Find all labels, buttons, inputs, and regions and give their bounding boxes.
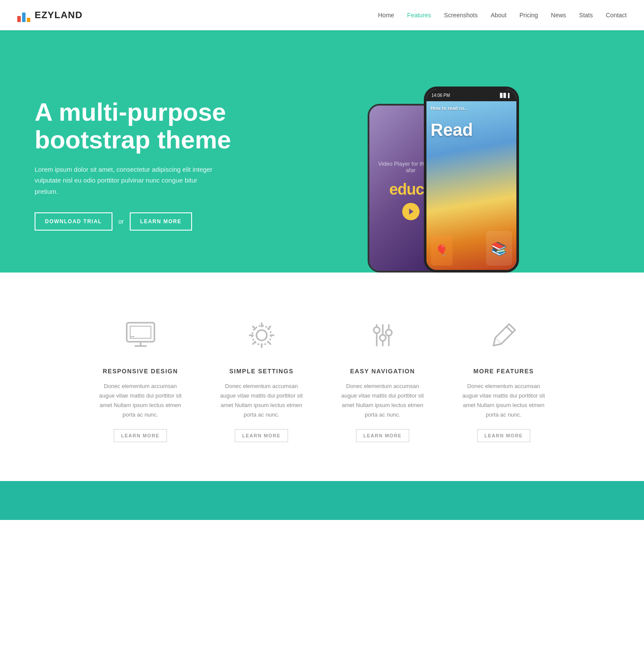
logo-text: EZYLAND <box>35 10 83 21</box>
svg-point-11 <box>374 327 380 333</box>
phone-status-icons: ▊▊ ▌ <box>500 93 511 98</box>
nav-item-home[interactable]: Home <box>378 11 394 19</box>
feature-desc-responsive: Donec elementum accumsan augue vitae mat… <box>97 382 184 420</box>
nav-item-stats[interactable]: Stats <box>579 11 593 19</box>
monitor-icon <box>121 316 160 355</box>
hero-section: A multi-purpose bootstrap theme Lorem ip… <box>0 30 644 273</box>
logo-icon <box>17 8 30 22</box>
phone-time: 14:06 PM <box>432 93 450 98</box>
logo[interactable]: EZYLAND <box>17 8 83 22</box>
feature-link-settings[interactable]: LEARN MORE <box>235 429 288 442</box>
features-grid: RESPONSIVE DESIGN Donec elementum accums… <box>84 307 560 455</box>
nav-item-contact[interactable]: Contact <box>606 11 627 19</box>
logo-bar-1 <box>17 16 21 22</box>
pencil-icon <box>484 316 523 355</box>
logo-bar-2 <box>22 13 26 22</box>
learn-more-button[interactable]: LEARN MORE <box>130 212 192 231</box>
feature-link-responsive[interactable]: LEARN MORE <box>114 429 167 442</box>
nav-link-home[interactable]: Home <box>378 12 394 19</box>
hero-content: A multi-purpose bootstrap theme Lorem ip… <box>35 98 242 231</box>
nav-item-pricing[interactable]: Pricing <box>519 11 538 19</box>
hero-image-area: Video Player for the Net & afar educa 14… <box>290 30 644 273</box>
nav-link-news[interactable]: News <box>551 12 566 19</box>
feature-link-more[interactable]: LEARN MORE <box>477 429 530 442</box>
nav-item-about[interactable]: About <box>490 11 506 19</box>
svg-point-13 <box>386 330 392 336</box>
download-trial-button[interactable]: DOWNLOAD TRIAL <box>35 212 112 231</box>
nav-link-pricing[interactable]: Pricing <box>519 12 538 19</box>
phone-screen: How to read ru... Read 📚 🎈 <box>426 101 516 270</box>
nav-item-features[interactable]: Features <box>407 11 431 19</box>
nav-link-about[interactable]: About <box>490 12 506 19</box>
hero-buttons: DOWNLOAD TRIAL or LEARN MORE <box>35 212 242 231</box>
feature-easy-navigation: EASY NAVIGATION Donec elementum accumsan… <box>331 307 435 455</box>
feature-desc-more: Donec elementum accumsan augue vitae mat… <box>461 382 547 420</box>
nav-item-screenshots[interactable]: Screenshots <box>444 11 478 19</box>
svg-line-15 <box>495 338 501 344</box>
nav-link-stats[interactable]: Stats <box>579 12 593 19</box>
hero-description: Lorem ipsum dolor sit amet, consectetur … <box>35 164 216 197</box>
nav-link-screenshots[interactable]: Screenshots <box>444 12 478 19</box>
feature-link-navigation[interactable]: LEARN MORE <box>356 429 409 442</box>
svg-point-6 <box>256 330 267 340</box>
phone-mockup: Video Player for the Net & afar educa 14… <box>359 65 575 273</box>
nav-link-features[interactable]: Features <box>407 12 431 19</box>
feature-title-navigation: EASY NAVIGATION <box>340 368 426 375</box>
nav-link-contact[interactable]: Contact <box>606 12 627 19</box>
svg-marker-0 <box>409 209 413 215</box>
feature-simple-settings: SIMPLE SETTINGS Donec elementum accumsan… <box>210 307 314 455</box>
svg-rect-1 <box>127 323 154 342</box>
hero-title: A multi-purpose bootstrap theme <box>35 98 242 154</box>
sliders-icon <box>363 316 402 355</box>
nav-item-news[interactable]: News <box>551 11 566 19</box>
features-section: RESPONSIVE DESIGN Donec elementum accums… <box>0 273 644 481</box>
phone-front: 14:06 PM ▊▊ ▌ How to read ru... Read 📚 🎈 <box>424 87 519 273</box>
feature-more-features: MORE FEATURES Donec elementum accumsan a… <box>452 307 556 455</box>
feature-desc-settings: Donec elementum accumsan augue vitae mat… <box>218 382 305 420</box>
footer-strip <box>0 481 644 520</box>
feature-desc-navigation: Donec elementum accumsan augue vitae mat… <box>340 382 426 420</box>
feature-title-more: MORE FEATURES <box>461 368 547 375</box>
feature-title-settings: SIMPLE SETTINGS <box>218 368 305 375</box>
nav-links: Home Features Screenshots About Pricing … <box>378 11 627 19</box>
hero-or-text: or <box>119 218 124 225</box>
navbar: EZYLAND Home Features Screenshots About … <box>0 0 644 30</box>
feature-responsive-design: RESPONSIVE DESIGN Donec elementum accums… <box>89 307 192 455</box>
svg-point-12 <box>380 335 386 341</box>
gear-icon <box>242 316 281 355</box>
logo-bar-3 <box>27 18 30 22</box>
phone-status-bar: 14:06 PM ▊▊ ▌ <box>426 89 516 101</box>
feature-title-responsive: RESPONSIVE DESIGN <box>97 368 184 375</box>
